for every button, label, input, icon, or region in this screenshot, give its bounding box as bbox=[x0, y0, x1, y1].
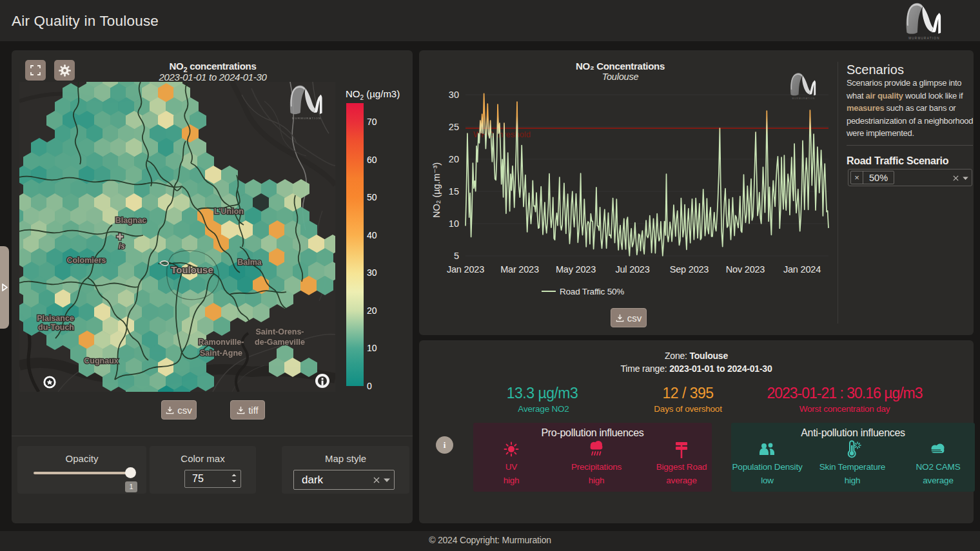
svg-text:Ramonville-: Ramonville- bbox=[199, 338, 244, 347]
svg-text:✚: ✚ bbox=[117, 232, 124, 242]
svg-text:Cugnaux: Cugnaux bbox=[84, 356, 119, 365]
svg-text:10: 10 bbox=[449, 218, 459, 229]
svg-text:Jan 2024: Jan 2024 bbox=[783, 264, 821, 275]
svg-text:Jul 2023: Jul 2023 bbox=[615, 264, 649, 275]
svg-text:Toulouse: Toulouse bbox=[602, 72, 639, 82]
svg-text:5: 5 bbox=[454, 251, 459, 261]
svg-text:NO₂ (µg.m⁻³): NO₂ (µg.m⁻³) bbox=[431, 162, 442, 218]
svg-text:WHO threshold: WHO threshold bbox=[473, 130, 531, 139]
svg-text:Blagnac: Blagnac bbox=[115, 216, 147, 225]
svg-text:Road Traffic 50%: Road Traffic 50% bbox=[560, 287, 624, 296]
svg-text:25: 25 bbox=[449, 122, 459, 132]
svg-text:du-Touch: du-Touch bbox=[38, 323, 74, 332]
svg-text:MURMURATION: MURMURATION bbox=[292, 117, 321, 120]
svg-text:Saint-Orens-: Saint-Orens- bbox=[255, 327, 304, 336]
svg-text:Saint-Agne: Saint-Agne bbox=[200, 349, 242, 358]
svg-text:15: 15 bbox=[449, 186, 459, 197]
svg-text:Colomiers: Colomiers bbox=[66, 256, 106, 265]
svg-text:MURMURATION: MURMURATION bbox=[908, 37, 940, 40]
svg-text:Sep 2023: Sep 2023 bbox=[670, 264, 709, 275]
svg-text:Toulouse: Toulouse bbox=[171, 264, 213, 275]
svg-text:May 2023: May 2023 bbox=[556, 264, 596, 275]
svg-text:30: 30 bbox=[449, 90, 459, 100]
svg-text:L'Union: L'Union bbox=[214, 207, 244, 216]
svg-text:Balma: Balma bbox=[237, 258, 262, 267]
svg-text:NO₂ Concentrations: NO₂ Concentrations bbox=[576, 61, 665, 72]
svg-text:de-Gameville: de-Gameville bbox=[255, 338, 305, 347]
svg-text:Nov 2023: Nov 2023 bbox=[726, 264, 765, 275]
svg-text:Plaisance: Plaisance bbox=[37, 314, 74, 323]
svg-text:Jan 2023: Jan 2023 bbox=[447, 264, 484, 275]
svg-text:MURMURATION: MURMURATION bbox=[792, 97, 816, 100]
svg-text:is: is bbox=[119, 242, 125, 251]
svg-text:20: 20 bbox=[449, 154, 459, 164]
svg-text:Mar 2023: Mar 2023 bbox=[500, 264, 539, 275]
